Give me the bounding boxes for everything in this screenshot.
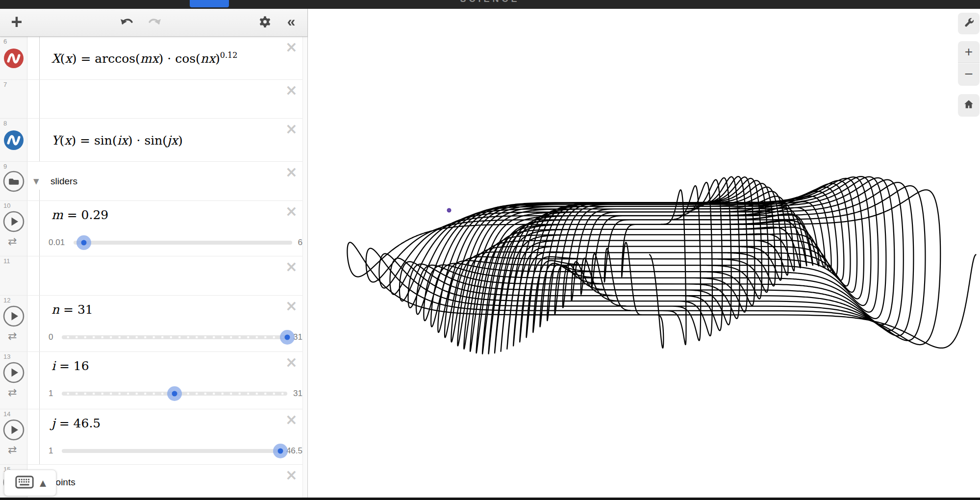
row-gutter: 10 ⇄ xyxy=(0,201,27,256)
expression-row-6[interactable]: 6 X(x) = arccos(mx) · cos(nx)0.12 × xyxy=(0,37,307,80)
slider-max-label[interactable]: 46.5 xyxy=(286,446,302,456)
slider-min-label[interactable]: 1 xyxy=(49,446,53,456)
play-slider-button[interactable] xyxy=(3,419,25,441)
slider-handle[interactable] xyxy=(280,330,295,345)
slider-row-m[interactable]: 10 ⇄ m = 0.29 0.01 6 × xyxy=(0,201,307,256)
slider-min-label[interactable]: 0 xyxy=(49,332,53,342)
gear-icon xyxy=(258,15,272,30)
graph-settings-button[interactable] xyxy=(254,9,276,37)
slider-min-label[interactable]: 0.01 xyxy=(49,238,65,248)
delete-row-button[interactable]: × xyxy=(285,165,298,179)
slider-control: 1 46.5 xyxy=(49,444,302,458)
row-number: 11 xyxy=(3,257,10,265)
delete-row-button[interactable]: × xyxy=(285,355,298,370)
row-number: 12 xyxy=(3,297,10,304)
window-bottom-edge xyxy=(0,498,980,500)
slider-control: 1 31 xyxy=(49,386,302,401)
graph-canvas[interactable] xyxy=(308,9,980,498)
row-gutter: 14 ⇄ xyxy=(0,409,27,464)
play-slider-button[interactable] xyxy=(3,211,25,232)
zoom-out-button[interactable]: − xyxy=(958,64,980,86)
show-keyboard-button[interactable]: ▲ xyxy=(4,470,56,496)
play-slider-button[interactable] xyxy=(3,305,25,327)
home-icon xyxy=(963,99,975,112)
expression-row-11[interactable]: 11 × xyxy=(0,256,307,296)
row-number: 6 xyxy=(3,38,7,45)
undo-button[interactable] xyxy=(116,9,138,37)
graph-paper[interactable]: + − xyxy=(308,9,980,498)
folder-indent-line xyxy=(39,256,40,295)
folder-indent-line xyxy=(39,201,40,256)
delete-row-button[interactable]: × xyxy=(285,122,298,136)
folder-indent-line xyxy=(39,119,40,161)
slider-row-i[interactable]: 13 ⇄ i = 16 1 31 × xyxy=(0,352,307,409)
graph-settings-wrench-button[interactable] xyxy=(958,13,980,34)
expression-row-7[interactable]: 7 × xyxy=(0,80,307,119)
slider-track[interactable] xyxy=(62,335,287,339)
delete-row-button[interactable]: × xyxy=(285,299,298,313)
loop-mode-icon[interactable]: ⇄ xyxy=(8,235,17,248)
slider-max-label[interactable]: 31 xyxy=(293,389,302,399)
expression-rows: 6 X(x) = arccos(mx) · cos(nx)0.12 × 7 × xyxy=(0,37,307,500)
parametric-wave-icon-blue[interactable] xyxy=(4,130,24,150)
loop-mode-icon[interactable]: ⇄ xyxy=(8,444,17,456)
plotted-point[interactable] xyxy=(447,208,452,212)
slider-handle[interactable] xyxy=(167,386,182,401)
caret-down-icon[interactable]: ▼ xyxy=(33,177,39,186)
folder-indent-line xyxy=(39,296,40,351)
row-gutter: 11 xyxy=(0,256,27,295)
slider-handle[interactable] xyxy=(76,235,91,250)
keyboard-icon xyxy=(14,474,35,492)
loop-mode-icon[interactable]: ⇄ xyxy=(8,386,17,399)
expression-latex[interactable]: Y(x) = sin(ix) · sin(jx) xyxy=(51,133,183,147)
delete-row-button[interactable]: × xyxy=(285,204,298,219)
parametric-wave-icon-red[interactable] xyxy=(4,49,24,68)
slider-track[interactable] xyxy=(74,241,292,245)
undo-arrow-icon xyxy=(119,16,135,30)
delete-row-button[interactable]: × xyxy=(285,259,298,274)
slider-value-label[interactable]: i = 16 xyxy=(51,359,89,373)
folder-indent-line xyxy=(39,80,40,118)
add-expression-button[interactable]: + xyxy=(6,9,27,37)
slider-value-label[interactable]: j = 46.5 xyxy=(51,416,101,430)
delete-row-button[interactable]: × xyxy=(285,412,298,427)
folder-row-points[interactable]: 15 ▼ points × xyxy=(0,465,307,500)
play-slider-button[interactable] xyxy=(3,362,25,383)
row-gutter: 8 xyxy=(0,119,27,161)
row-number: 13 xyxy=(3,353,10,360)
row-gutter: 6 xyxy=(0,37,27,79)
delete-row-button[interactable]: × xyxy=(285,83,298,98)
collapse-panel-button[interactable]: « xyxy=(280,9,302,37)
slider-track[interactable] xyxy=(62,392,287,396)
slider-min-label[interactable]: 1 xyxy=(49,389,53,399)
folder-icon[interactable] xyxy=(3,171,25,192)
folder-row-sliders[interactable]: 9 ▼ sliders × xyxy=(0,162,307,201)
row-number: 10 xyxy=(3,202,10,209)
sidebar-scrollbar[interactable] xyxy=(302,37,307,500)
delete-row-button[interactable]: × xyxy=(285,468,298,482)
loop-mode-icon[interactable]: ⇄ xyxy=(8,330,17,342)
row-number: 7 xyxy=(3,81,7,88)
delete-row-button[interactable]: × xyxy=(285,40,298,54)
slider-max-label[interactable]: 6 xyxy=(298,238,302,248)
slider-track[interactable] xyxy=(62,449,280,453)
slider-row-n[interactable]: 12 ⇄ n = 31 0 31 × xyxy=(0,296,307,352)
redo-arrow-icon xyxy=(147,16,162,30)
row-gutter: 9 xyxy=(0,162,27,200)
slider-row-j[interactable]: 14 ⇄ j = 46.5 1 46.5 × xyxy=(0,409,307,465)
folder-indent-line xyxy=(39,190,40,200)
expression-latex[interactable]: X(x) = arccos(mx) · cos(nx)0.12 xyxy=(51,51,237,65)
expression-toolbar: + « xyxy=(0,9,307,37)
zoom-in-button[interactable]: + xyxy=(958,41,980,63)
default-viewport-home-button[interactable] xyxy=(958,94,980,117)
folder-title[interactable]: sliders xyxy=(50,176,77,187)
browser-top-bar: SCIENCE xyxy=(0,0,980,9)
expression-row-8[interactable]: 8 Y(x) = sin(ix) · sin(jx) × xyxy=(0,119,307,162)
row-number: 14 xyxy=(3,410,10,418)
redo-button[interactable] xyxy=(144,9,165,37)
expression-list-panel: + « xyxy=(0,9,308,500)
slider-handle[interactable] xyxy=(273,444,288,458)
slider-value-label[interactable]: m = 0.29 xyxy=(51,208,108,222)
browser-blue-button[interactable] xyxy=(190,0,229,7)
slider-value-label[interactable]: n = 31 xyxy=(51,302,93,317)
